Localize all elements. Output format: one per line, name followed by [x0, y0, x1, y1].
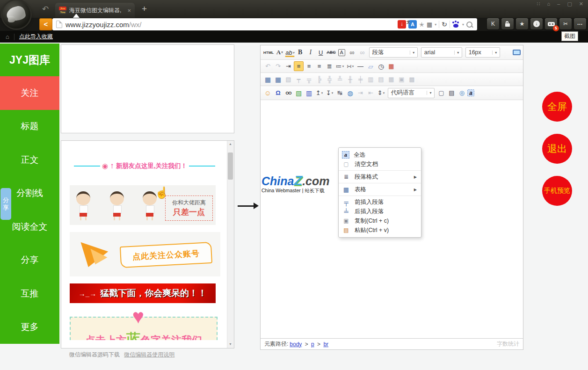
sidebar-item-互推[interactable]: 互推 [0, 277, 59, 311]
video-icon[interactable]: ▥ [304, 88, 314, 98]
anchor-icon[interactable]: a [467, 89, 474, 96]
chevron-down-icon[interactable]: ▾ [435, 22, 436, 27]
search-icon[interactable] [466, 22, 472, 28]
delete-table-icon[interactable]: ▧ [283, 74, 293, 84]
menu-item-select-all[interactable]: a全选 [339, 150, 421, 160]
template-item[interactable]: ☝ 你和大佬距离 只差一点 [70, 185, 216, 225]
indent-icon[interactable]: ⇥ [283, 61, 293, 71]
indent-less-icon[interactable]: ⇤ [366, 88, 376, 98]
preview-screen-icon[interactable] [513, 50, 521, 55]
import-bookmarks-link[interactable]: 点此导入收藏 [19, 33, 53, 41]
redo-icon[interactable]: ↷ [273, 61, 283, 71]
template-item[interactable]: →_→ 猛戳下面，你会爽呆的！！ [70, 283, 216, 303]
add-favorite-icon[interactable]: ✭ [419, 21, 424, 28]
url-bar[interactable]: www.jizzyoujizz.com/wx/ ↓ A文 ✭ ▦ ▾ ↻ ▾ [52, 18, 477, 30]
paragraph-select[interactable]: 段落▾ [369, 47, 418, 58]
skin-icon[interactable]: ⌂ [547, 1, 551, 7]
close-icon[interactable]: ✕ [579, 1, 583, 7]
insert-table-icon[interactable]: ▦ [263, 74, 273, 84]
new-document-icon[interactable]: ▢ [436, 88, 446, 98]
table-title-icon[interactable]: ┯ [294, 74, 304, 84]
align-center-icon[interactable]: ≡ [314, 61, 324, 71]
special-char-icon[interactable]: Ω [273, 88, 283, 98]
path-link-body[interactable]: body [290, 341, 302, 348]
link-icon[interactable]: ∞ [347, 48, 357, 58]
new-tab-button[interactable]: + [142, 4, 147, 14]
date-icon[interactable]: ▦ [386, 61, 396, 71]
sidebar-item-标题[interactable]: 标题 [0, 110, 59, 144]
insert-col-icon[interactable]: ╠ [314, 74, 324, 84]
justify-icon[interactable]: ≣ [325, 61, 334, 71]
usage-help-link[interactable]: 微信编辑器使用说明 [124, 351, 174, 358]
paw-extension-icon[interactable] [453, 24, 458, 28]
back-arrow-icon[interactable]: ↶ [42, 4, 49, 14]
html-source-icon[interactable]: HTML [263, 48, 274, 58]
align-right-icon[interactable]: ≡ [304, 61, 314, 71]
ordered-list-icon[interactable]: ≔▾ [335, 61, 345, 71]
merge-cells-down-icon[interactable]: ╩ [335, 74, 345, 84]
underline-icon[interactable]: U [316, 48, 326, 58]
browser-logo[interactable] [2, 0, 30, 29]
security-lock-button[interactable] [501, 18, 514, 29]
print-icon[interactable]: ▤ [447, 88, 457, 98]
menu-item-insert-paragraph-before[interactable]: ╤前插入段落 [339, 197, 421, 207]
template-item[interactable]: 点此关注公众账号 [70, 232, 220, 276]
translate-icon[interactable]: A文 [408, 20, 417, 29]
menu-item-clear-document[interactable]: ▢清空文档 [339, 160, 421, 169]
scroll-down-icon[interactable]: ▼ [229, 342, 232, 346]
line-height-icon[interactable]: ⇕▾ [376, 88, 386, 98]
scroll-up-icon[interactable]: ▲ [229, 142, 232, 145]
path-link-br[interactable]: br [323, 341, 328, 348]
menu-item-insert-paragraph-after[interactable]: ╧后插入段落 [339, 207, 421, 216]
delete-row-icon[interactable]: ╫ [345, 74, 355, 84]
split-table-icon[interactable]: ▣ [397, 74, 407, 84]
sidebar-item-正文[interactable]: 正文 [0, 143, 59, 177]
italic-icon[interactable]: I [305, 48, 315, 58]
insert-iframe-icon[interactable]: ◍ [345, 88, 355, 98]
indent-more-icon[interactable]: ⇥ [356, 88, 365, 98]
path-link-p[interactable]: p [311, 341, 314, 348]
share-side-tab[interactable]: 分享 [0, 188, 11, 220]
minimize-icon[interactable]: – [557, 1, 560, 7]
font-size-select[interactable]: 16px▾ [465, 47, 500, 58]
word-count-link[interactable]: 字数统计 [497, 340, 519, 348]
bordered-text-icon[interactable]: A [338, 49, 345, 56]
bookmark-home-icon[interactable]: ⌂ [6, 33, 9, 40]
split-to-cols-icon[interactable]: ▤ [376, 74, 386, 84]
fab-全屏[interactable]: 全屏 [542, 92, 572, 122]
merge-table-icon[interactable]: ▦ [386, 74, 396, 84]
chevron-down-icon[interactable]: ▾ [427, 91, 434, 95]
more-button[interactable]: ••• [574, 18, 586, 29]
unordered-list-icon[interactable]: ∺▾ [345, 61, 355, 71]
games-button[interactable]: 5 [545, 18, 557, 29]
align-bottom-icon[interactable]: ↧▾ [325, 88, 334, 98]
split-to-rows-icon[interactable]: ▥ [366, 74, 376, 84]
find-replace-icon[interactable]: OO [283, 88, 293, 98]
font-family-select[interactable]: arial▾ [421, 47, 462, 58]
strikethrough-icon[interactable]: ABC [326, 48, 336, 58]
merge-cells-right-icon[interactable]: ╬ [325, 74, 334, 84]
sidebar-item-更多[interactable]: 更多 [0, 311, 59, 344]
kingsoft-button[interactable]: K [487, 18, 499, 29]
screenshot-button[interactable]: ✂ [559, 18, 572, 29]
template-item[interactable]: ◉ ↑ 新朋友点这里,关注我们！ [69, 154, 220, 178]
browser-tab[interactable]: Jizz You 海豆微信图文编辑器, × [55, 3, 135, 18]
scrollbar-thumb[interactable] [228, 152, 233, 180]
url-text[interactable]: www.jizzyoujizz.com/wx/ [65, 21, 142, 29]
emoji-icon[interactable]: ☺ [263, 88, 273, 98]
fab-手机预览[interactable]: 手机预览 [542, 176, 572, 206]
eraser-icon[interactable]: ▱ [366, 61, 376, 71]
delete-col-icon[interactable]: ╪ [356, 74, 365, 84]
horizontal-rule-icon[interactable]: — [356, 61, 365, 71]
menu-item-paste[interactable]: ▤粘贴(Ctrl + v) [339, 225, 421, 235]
chevron-down-icon[interactable]: ▾ [492, 51, 500, 55]
apps-grid-icon[interactable]: ∷ [537, 1, 540, 7]
panel-scrollbar[interactable]: ▲ ▼ [227, 141, 234, 348]
preview-icon[interactable]: ◎ [457, 88, 467, 98]
align-top-icon[interactable]: ↥▾ [314, 88, 324, 98]
unlink-icon[interactable]: ∞ [357, 48, 367, 58]
chevron-down-icon[interactable]: ▾ [454, 51, 462, 55]
favorites-button[interactable]: ★ [516, 18, 528, 29]
code-language-select[interactable]: 代码语言▾ [388, 88, 435, 98]
page-back-button[interactable]: < [39, 18, 52, 30]
